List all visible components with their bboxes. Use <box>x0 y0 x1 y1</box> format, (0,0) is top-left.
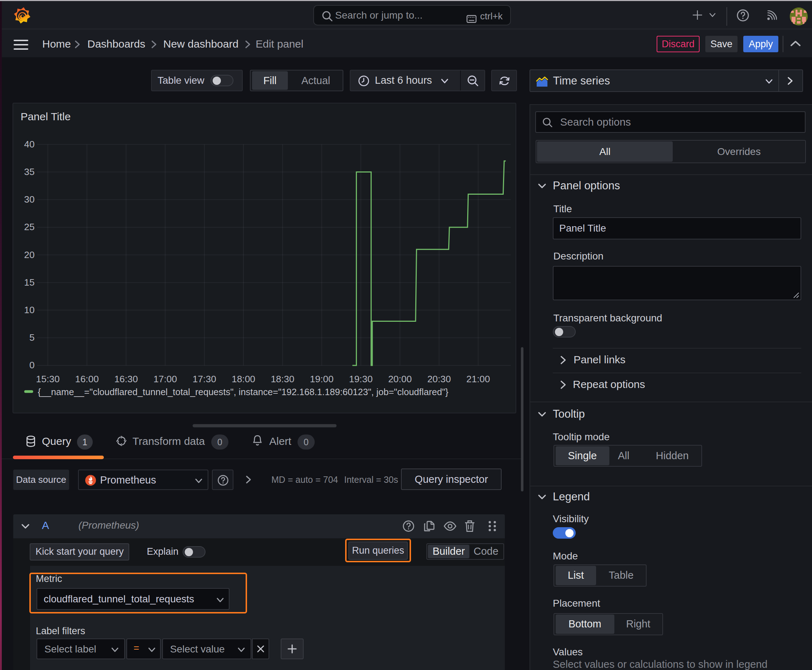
svg-text:10: 10 <box>24 305 35 315</box>
svg-text:30: 30 <box>24 194 35 205</box>
svg-text:15: 15 <box>24 277 35 288</box>
svg-text:17:30: 17:30 <box>193 374 216 384</box>
svg-text:19:30: 19:30 <box>349 374 373 384</box>
svg-text:15:30: 15:30 <box>36 374 60 384</box>
svg-text:20:30: 20:30 <box>427 374 451 384</box>
svg-text:35: 35 <box>24 166 35 177</box>
svg-text:18:00: 18:00 <box>232 374 255 384</box>
svg-text:19:00: 19:00 <box>310 374 334 384</box>
svg-text:20: 20 <box>24 249 35 260</box>
svg-text:16:30: 16:30 <box>115 374 138 384</box>
svg-text:17:00: 17:00 <box>154 374 177 384</box>
svg-text:21:00: 21:00 <box>466 374 490 384</box>
svg-text:{__name__="cloudflared_tunnel_: {__name__="cloudflared_tunnel_total_requ… <box>38 387 449 397</box>
svg-text:0: 0 <box>29 360 35 371</box>
svg-text:16:00: 16:00 <box>75 374 99 384</box>
svg-text:40: 40 <box>24 139 35 150</box>
svg-text:18:30: 18:30 <box>271 374 295 384</box>
svg-text:20:00: 20:00 <box>388 374 412 384</box>
svg-text:5: 5 <box>29 332 35 343</box>
svg-text:25: 25 <box>24 222 35 232</box>
